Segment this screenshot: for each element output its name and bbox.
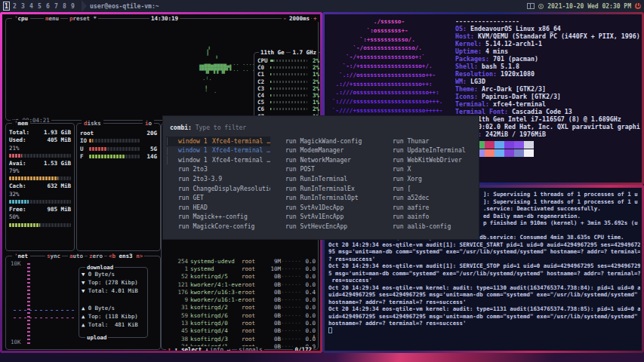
process-row[interactable]: 9kworker/u16:1-eroot0B0.0 [165, 296, 316, 304]
launcher-entry-run-SvtAv1DecApp[interactable]: runSvtAv1DecApp [273, 203, 377, 213]
journal-line: 5 msg='unit=man-db comm="systemd" exe="/… [328, 270, 640, 278]
power-icon[interactable] [635, 3, 641, 9]
workspace-8[interactable]: 8 [61, 2, 68, 11]
process-cpu-graph [281, 265, 302, 272]
proc-select-button[interactable]: ↑ ↑ select ↓ [166, 346, 210, 351]
core-percent: 2% [307, 57, 319, 64]
process-row[interactable]: 176kworker/u16:3-eroot0B0.4 [165, 288, 316, 296]
launcher-entry-window[interactable]: window 1Xfce4-terminal … [166, 146, 270, 156]
net-sync-button[interactable]: sync [45, 253, 62, 259]
mem-percent: 32% [6, 191, 74, 198]
launcher-entry-run-MagickCore-config[interactable]: runMagickCore-config [166, 222, 270, 232]
launcher-entry-run-[[interactable]: run[ [381, 184, 477, 194]
workspace-4[interactable]: 4 [28, 2, 35, 11]
net-panel-title[interactable]: net [12, 253, 30, 259]
process-row[interactable]: 31ksoftirqd/2root0B0.0 [165, 304, 316, 311]
scroll-down-icon[interactable]: ↓ [312, 333, 316, 339]
core-name: C5 [257, 99, 270, 106]
launcher-entry-run-UpdateInTerminal[interactable]: runUpdateInTerminal [381, 146, 477, 156]
entry-prefix: run [178, 195, 189, 201]
neofetch-label: WM: [455, 78, 470, 85]
disks-io-title[interactable]: io [143, 120, 154, 127]
launcher-entry-run-NetworkManager[interactable]: runNetworkManager [273, 155, 377, 165]
core-percent: 3% [307, 92, 319, 99]
workspace-5[interactable]: 5 [36, 2, 43, 11]
entry-prefix: run [393, 147, 403, 154]
palette-swatch [524, 149, 534, 157]
preset-button[interactable]: preset * [68, 15, 98, 22]
launcher-entry-run-X[interactable]: runX [381, 165, 477, 175]
palette-swatch [514, 149, 524, 157]
launcher-entry-run-MagickWand-config[interactable]: runMagickWand-config [273, 137, 377, 146]
process-row[interactable]: 121kworker/4:1-everoot0B0.0 [165, 281, 316, 288]
workspace-3[interactable]: 3 [20, 2, 26, 11]
core-row: C62% [254, 106, 320, 112]
launcher-entry-run-RunInTerminalEx[interactable]: runRunInTerminalEx [273, 184, 377, 194]
launcher-entry-run-2to3[interactable]: run2to3 [166, 165, 270, 175]
core-row: CPU2% [254, 57, 320, 64]
mem-value: 632 MiB [47, 183, 71, 190]
download-top: ▼ Top: (278 Kibp) [79, 279, 147, 287]
net-zero-button[interactable]: zero [88, 253, 104, 259]
menu-button[interactable]: menu [44, 15, 60, 22]
launcher-entry-run-Thunar[interactable]: runThunar [381, 137, 477, 146]
disks-panel-title[interactable]: disks [82, 120, 103, 127]
net-interface-switch[interactable]: <b ens3 n> [107, 253, 144, 259]
workspace-9[interactable]: 9 [69, 2, 76, 11]
workspace-6[interactable]: 6 [45, 2, 51, 11]
ascii-art-line: `.://osssssssssssssssssso++- [332, 71, 436, 80]
launcher-entry-run-2to3-3.9[interactable]: run2to3-3.9 [166, 174, 270, 184]
launcher-entry-run-RunInTerminal[interactable]: runRunInTerminal [273, 174, 377, 184]
ascii-art-line: `:osssssss+- [332, 26, 408, 35]
launcher-entry-run-SvtHevcEncApp[interactable]: runSvtHevcEncApp [273, 222, 377, 232]
process-row[interactable]: 13ksoftirqd/0root0B0.0 [165, 319, 316, 327]
neofetch-value: 701 (pacman) [493, 55, 538, 63]
launcher-entry-run-GET[interactable]: runGET [166, 193, 270, 203]
process-user: root [242, 312, 264, 319]
ascii-art-line: .://+ssssssssssssssssssso++: [332, 80, 433, 89]
proc-info-button[interactable]: info ↵ [208, 346, 232, 351]
mem-label: Used: [9, 137, 26, 144]
launcher-entry-run-RunInTerminalOpt[interactable]: runRunInTerminalOpt [273, 193, 377, 203]
layout-icon[interactable] [527, 3, 535, 9]
launcher-prompt[interactable]: combi: Type to filter [170, 124, 246, 131]
workspace-1[interactable]: 1 [3, 2, 10, 11]
launcher-entry-run-POST[interactable]: runPOST [273, 165, 377, 175]
process-pid: 38 [165, 336, 190, 342]
proc-signals-button[interactable]: signals [237, 346, 264, 351]
workspace-7[interactable]: 7 [53, 2, 60, 11]
launcher-entry-run-aafire[interactable]: runaafire [381, 203, 477, 213]
terminal-cursor[interactable] [328, 327, 332, 333]
process-row[interactable]: 1systemdroot10M0.0 [165, 265, 316, 272]
launcher-entry-run-Magick++-config[interactable]: runMagick++-config [166, 212, 270, 222]
launcher-entry-run-SvtAv1EncApp[interactable]: runSvtAv1EncApp [273, 212, 377, 222]
entry-name: 2to3-3.9 [193, 176, 222, 183]
interval-plus-button[interactable]: + [312, 15, 319, 22]
process-row[interactable]: 59ksoftirqd/6root0B0.0 [165, 311, 316, 319]
process-row[interactable]: 38ksoftirqd/3root0B0.0 [165, 335, 316, 342]
process-row[interactable]: 52ksoftirqd/5root0B0.0 [165, 273, 316, 281]
neofetch-line: Terminal Font: Cascadia Code 13 [455, 108, 640, 115]
launcher-entry-window[interactable]: window 1Xfce4-terminal … [166, 137, 270, 146]
process-row[interactable]: 254systemd-udevdroot9M0.0 [165, 257, 316, 265]
workspace-2[interactable]: 2 [11, 2, 18, 11]
entry-name: aainfo [407, 213, 429, 220]
net-auto-button[interactable]: auto [68, 253, 85, 259]
terminal-icon [167, 148, 168, 156]
launcher-entry-run-ChangeDisplayResolution[interactable]: runChangeDisplayResolution [166, 184, 270, 194]
mem-panel-title[interactable]: mem [12, 120, 30, 127]
launcher-entry-run-aalib-config[interactable]: runaalib-config [381, 222, 477, 232]
entry-prefix: run [178, 166, 189, 173]
process-mem: 0B [264, 336, 281, 342]
entry-prefix: run [393, 138, 403, 145]
launcher-entry-run-WebKitWebDriver[interactable]: runWebKitWebDriver [381, 155, 477, 165]
launcher-entry-run-ModemManager[interactable]: runModemManager [273, 146, 377, 156]
launcher-entry-run-a52dec[interactable]: runa52dec [381, 193, 477, 203]
launcher-entry-run-Xorg[interactable]: runXorg [381, 174, 477, 184]
cpu-panel-title[interactable]: cpu [12, 15, 30, 22]
launcher-entry-window[interactable]: window 1Xfce4-terminal … [166, 155, 270, 165]
neofetch-value: 4 mins [485, 48, 508, 55]
launcher-entry-run-aainfo[interactable]: runaainfo [381, 212, 477, 222]
process-row[interactable]: 45ksoftirqd/4root0B0.0 [165, 327, 316, 335]
launcher-entry-run-HEAD[interactable]: runHEAD [166, 203, 270, 213]
